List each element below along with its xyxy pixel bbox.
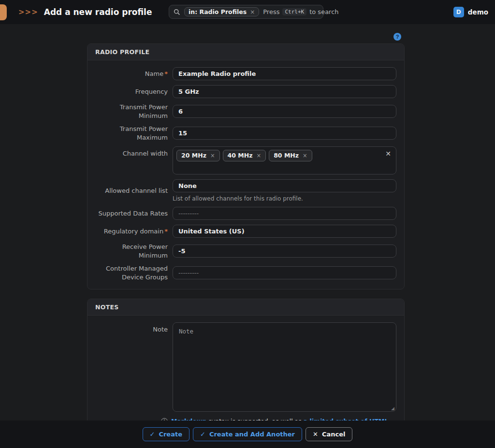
tx-power-min-label: Transmit Power Minimum: [95, 103, 168, 120]
breadcrumb: >>>: [18, 8, 38, 16]
radio-profile-panel: RADIO PROFILE Name* Frequency Transmit P…: [87, 43, 405, 289]
ctrl-k-kbd: Ctrl+K: [282, 8, 306, 15]
user-menu[interactable]: D demo: [453, 0, 488, 24]
regulatory-domain-select[interactable]: [173, 225, 396, 238]
check-icon: ✓: [200, 431, 205, 438]
required-asterisk: *: [164, 70, 168, 77]
app-logo[interactable]: [0, 4, 7, 20]
frequency-label: Frequency: [95, 87, 168, 96]
field-row-tx-power-max: Transmit Power Maximum: [95, 125, 396, 142]
main-content: ? RADIO PROFILE Name* Frequency Transmit…: [0, 24, 495, 443]
field-row-rx-power-min: Receive Power Minimum: [95, 243, 396, 260]
help-icon[interactable]: ?: [393, 33, 401, 41]
field-row-frequency: Frequency: [95, 85, 396, 98]
search-filter-chip-label: in: Radio Profiles: [189, 8, 247, 15]
chip-label: 40 MHz: [228, 151, 253, 160]
close-icon: ✕: [313, 431, 318, 438]
field-row-supported-data-rates: Supported Data Rates: [95, 207, 396, 220]
form-action-bar: ✓ Create ✓ Create and Add Another ✕ Canc…: [0, 420, 495, 448]
username: demo: [468, 8, 488, 16]
page-title: Add a new radio profile: [44, 7, 152, 17]
rx-power-min-field[interactable]: [173, 245, 396, 258]
search-hint-suffix: to search: [309, 8, 338, 15]
allowed-channel-list-field[interactable]: [173, 179, 396, 192]
tx-power-max-label: Transmit Power Maximum: [95, 125, 168, 142]
controller-groups-label: Controller Managed Device Groups: [95, 264, 168, 281]
create-button[interactable]: ✓ Create: [143, 427, 189, 441]
field-row-tx-power-min: Transmit Power Minimum: [95, 103, 396, 120]
channel-width-chip: 20 MHz ×: [176, 150, 220, 161]
tx-power-max-field[interactable]: [173, 127, 396, 140]
field-row-regulatory-domain: Regulatory domain*: [95, 225, 396, 238]
channel-width-chip: 80 MHz ×: [269, 150, 312, 161]
frequency-select[interactable]: [173, 85, 396, 98]
required-asterisk: *: [164, 228, 168, 235]
supported-data-rates-select[interactable]: [173, 207, 396, 220]
search-placeholder: Press Ctrl+K to search: [263, 8, 338, 15]
create-and-add-another-button[interactable]: ✓ Create and Add Another: [193, 427, 302, 441]
supported-data-rates-label: Supported Data Rates: [95, 209, 168, 218]
search-filter-remove-icon[interactable]: ×: [250, 9, 255, 15]
radio-profile-panel-title: RADIO PROFILE: [87, 44, 404, 60]
top-navbar: >>> Add a new radio profile in: Radio Pr…: [0, 0, 495, 24]
field-row-name: Name*: [95, 67, 396, 80]
channel-width-label: Channel width: [95, 146, 168, 158]
search-filter-chip: in: Radio Profiles ×: [184, 7, 259, 16]
allowed-channel-list-helper: List of allowed channels for this radio …: [173, 195, 396, 202]
chip-remove-icon[interactable]: ×: [303, 152, 307, 159]
controller-groups-select[interactable]: [173, 266, 396, 279]
create-button-label: Create: [159, 431, 182, 438]
chip-remove-icon[interactable]: ×: [257, 152, 262, 159]
notes-panel: NOTES Note ◢ i Markdown syntax is suppor…: [87, 299, 405, 433]
tx-power-min-field[interactable]: [173, 105, 396, 118]
field-row-note: Note ◢ i Markdown syntax is supported, a…: [95, 322, 396, 425]
name-field[interactable]: [173, 67, 396, 80]
channel-width-chip: 40 MHz ×: [223, 150, 266, 161]
create-and-add-another-label: Create and Add Another: [209, 431, 295, 438]
field-row-allowed-channel-list: Allowed channel list List of allowed cha…: [95, 179, 396, 202]
clear-all-icon[interactable]: ✕: [385, 150, 391, 157]
avatar: D: [453, 7, 464, 17]
chip-label: 80 MHz: [274, 151, 299, 160]
chip-label: 20 MHz: [181, 151, 206, 160]
cancel-button-label: Cancel: [322, 431, 346, 438]
name-label: Name: [145, 70, 163, 77]
search-hint-prefix: Press: [263, 8, 279, 15]
note-label: Note: [95, 322, 168, 334]
search-icon: [174, 9, 180, 15]
channel-width-multiselect[interactable]: 20 MHz × 40 MHz × 80 MHz × ✕: [173, 146, 396, 174]
note-textarea[interactable]: [173, 322, 396, 412]
field-row-channel-width: Channel width 20 MHz × 40 MHz × 80 MHz ×…: [95, 146, 396, 174]
rx-power-min-label: Receive Power Minimum: [95, 243, 168, 260]
notes-panel-title: NOTES: [87, 299, 404, 316]
global-search-input[interactable]: in: Radio Profiles × Press Ctrl+K to sea…: [169, 5, 323, 19]
check-icon: ✓: [150, 431, 155, 438]
chip-remove-icon[interactable]: ×: [210, 152, 215, 159]
cancel-button[interactable]: ✕ Cancel: [306, 427, 352, 441]
field-row-controller-groups: Controller Managed Device Groups: [95, 264, 396, 281]
allowed-channel-list-label: Allowed channel list: [95, 187, 168, 195]
regulatory-domain-label: Regulatory domain: [104, 228, 163, 235]
